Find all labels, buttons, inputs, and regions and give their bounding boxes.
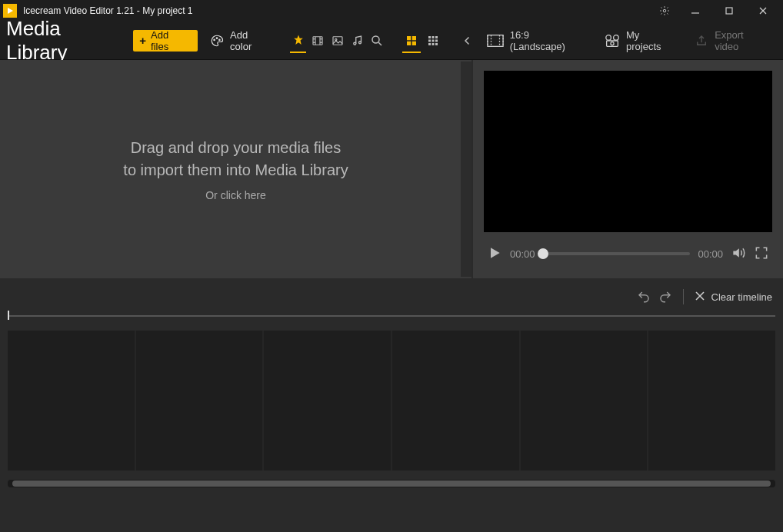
seek-slider[interactable] (543, 252, 691, 255)
timeline (0, 315, 783, 495)
view-small-grid-icon[interactable] (422, 25, 444, 56)
duration-time: 00:00 (698, 248, 723, 260)
svg-point-19 (358, 41, 361, 43)
media-library-dropzone[interactable]: Drag and drop your media files to import… (0, 60, 471, 278)
my-projects-button[interactable]: My projects (605, 29, 676, 52)
svg-point-6 (214, 39, 215, 41)
drop-hint-sub: Or click here (205, 189, 266, 201)
plus-icon: + (139, 34, 146, 47)
export-video-button[interactable]: Export video (695, 29, 769, 52)
library-scrollbar[interactable] (461, 62, 471, 277)
add-color-button[interactable]: Add color (210, 29, 272, 52)
main-toolbar: Media Library + Add files Add color (0, 22, 783, 60)
svg-rect-16 (333, 36, 342, 45)
view-large-grid-icon[interactable] (401, 25, 422, 56)
my-projects-label: My projects (626, 29, 676, 52)
svg-rect-24 (407, 41, 411, 45)
media-library-title: Media Library (5, 17, 133, 65)
svg-rect-30 (432, 39, 435, 42)
filter-image-icon[interactable] (328, 25, 348, 56)
svg-rect-29 (428, 39, 431, 42)
svg-rect-25 (412, 41, 416, 45)
search-icon[interactable] (367, 25, 387, 56)
filter-all-icon[interactable] (288, 25, 308, 56)
redo-button[interactable] (658, 290, 672, 304)
settings-button[interactable] (651, 0, 678, 22)
svg-point-18 (353, 42, 355, 45)
svg-rect-3 (726, 8, 732, 14)
close-button[interactable] (746, 0, 780, 22)
svg-point-40 (606, 35, 611, 40)
svg-rect-33 (432, 43, 435, 45)
drop-hint-line2: to import them into Media Library (123, 159, 348, 181)
svg-rect-32 (428, 43, 431, 45)
svg-rect-26 (428, 36, 431, 38)
undo-button[interactable] (637, 290, 651, 304)
player-controls: 00:00 00:00 (484, 232, 772, 275)
video-preview (484, 71, 772, 232)
current-time: 00:00 (510, 248, 535, 260)
clear-timeline-button[interactable]: Clear timeline (695, 291, 772, 304)
svg-rect-31 (435, 39, 438, 42)
close-icon (695, 291, 705, 304)
svg-marker-44 (491, 248, 500, 258)
aspect-ratio-icon (487, 34, 504, 48)
clip-slot[interactable] (136, 331, 263, 470)
svg-marker-45 (733, 248, 739, 258)
clip-slot[interactable] (648, 331, 775, 470)
export-icon (695, 34, 708, 48)
timeline-ruler[interactable] (8, 315, 775, 331)
aspect-ratio-button[interactable]: 16:9 (Landscape) (487, 29, 586, 52)
timeline-scrollbar-thumb[interactable] (12, 480, 771, 487)
add-files-button[interactable]: + Add files (133, 30, 198, 52)
svg-rect-28 (435, 36, 438, 38)
window-title: Icecream Video Editor 1.21 - My project … (23, 5, 193, 16)
fullscreen-button[interactable] (754, 245, 769, 263)
add-files-label: Add files (151, 29, 188, 52)
svg-point-20 (372, 36, 379, 43)
app-icon (3, 4, 17, 18)
clip-slot[interactable] (392, 331, 519, 470)
clip-slot[interactable] (264, 331, 391, 470)
palette-icon (210, 34, 224, 48)
clip-slot[interactable] (521, 331, 648, 470)
separator (683, 289, 684, 304)
clear-timeline-label: Clear timeline (711, 291, 772, 303)
clip-slot[interactable] (8, 331, 135, 470)
preview-panel: 00:00 00:00 (471, 60, 783, 278)
svg-point-41 (614, 35, 619, 40)
projects-icon (605, 34, 620, 48)
svg-point-7 (216, 37, 218, 38)
or-text: Or (205, 189, 220, 201)
export-video-label: Export video (715, 29, 769, 52)
aspect-ratio-label: 16:9 (Landscape) (510, 29, 586, 52)
filter-video-icon[interactable] (308, 25, 328, 56)
seek-thumb[interactable] (538, 248, 548, 259)
drop-hint: Drag and drop your media files to import… (123, 137, 348, 181)
svg-marker-0 (8, 8, 13, 14)
collapse-panel-icon[interactable] (458, 25, 478, 56)
minimize-button[interactable] (678, 0, 712, 22)
svg-point-43 (611, 42, 614, 45)
maximize-button[interactable] (712, 0, 746, 22)
svg-rect-27 (432, 36, 435, 38)
timeline-scrollbar[interactable] (8, 480, 775, 487)
svg-rect-35 (488, 35, 503, 46)
timeline-toolbar: Clear timeline (0, 278, 783, 315)
svg-point-8 (219, 39, 221, 41)
svg-rect-23 (412, 36, 416, 40)
timeline-tracks[interactable] (8, 331, 775, 470)
svg-rect-9 (313, 36, 322, 45)
svg-line-21 (378, 42, 382, 45)
svg-rect-34 (435, 43, 438, 45)
svg-point-1 (663, 9, 666, 12)
add-color-label: Add color (230, 29, 272, 52)
drop-hint-line1: Drag and drop your media files (123, 137, 348, 159)
click-here-link[interactable]: click here (221, 189, 266, 201)
playhead-marker[interactable] (8, 311, 9, 320)
svg-rect-22 (407, 36, 411, 40)
volume-button[interactable] (731, 245, 746, 263)
main-area: Drag and drop your media files to import… (0, 60, 783, 278)
filter-audio-icon[interactable] (348, 25, 368, 56)
play-button[interactable] (487, 245, 502, 263)
